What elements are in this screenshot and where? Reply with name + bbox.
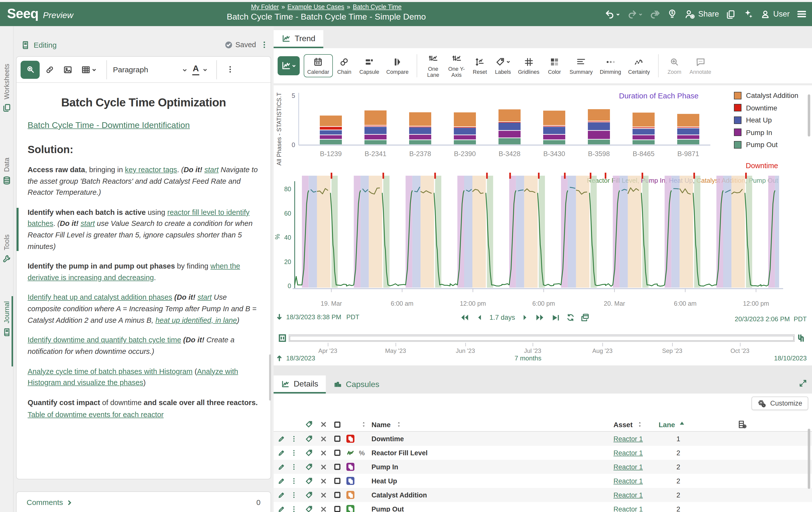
timeline-track[interactable] [289,334,795,342]
insert-seeq-link-button[interactable] [21,60,40,79]
tag-icon[interactable] [305,505,313,512]
asset-link[interactable]: Reactor 1 [613,463,643,471]
annotate-button[interactable]: Annotate [686,54,715,78]
dimming-button[interactable]: Dimming [596,54,625,78]
pencil-icon[interactable] [278,463,286,471]
doc-link[interactable]: Analyze cycle time of batch phases with … [28,367,193,375]
pencil-icon[interactable] [278,477,286,485]
row-menu-icon[interactable] [290,435,298,443]
range-duration[interactable]: 1.7 days [489,314,515,321]
journal-menu-button[interactable] [260,40,268,50]
doc-link[interactable]: Table of downtime events for each reacto… [28,411,164,419]
timeline-left-handle[interactable] [278,333,287,343]
investigate-end[interactable]: 18/10/2023 [774,354,807,362]
one-lane-button[interactable]: One Lane [422,51,445,81]
journal-document[interactable]: Batch Cycle Time Optimization Batch Cycl… [17,83,270,421]
link-button[interactable] [42,62,58,77]
labels-button[interactable]: Labels [491,54,515,78]
investigate-start[interactable]: 18/3/2023 [276,354,315,362]
journal-scrollbar[interactable] [269,354,271,401]
impact-report-button[interactable]: $ [667,8,678,20]
remove-icon[interactable] [320,435,327,443]
sort-icon[interactable] [395,421,403,428]
reset-button[interactable]: Reset [468,54,491,78]
tag-icon[interactable] [305,477,313,485]
asset-link[interactable]: Reactor 1 [613,491,643,499]
pencil-icon[interactable] [278,449,286,457]
expand-details-icon[interactable] [799,378,807,388]
calendar-button[interactable]: Calendar [304,54,333,78]
redo-all-button[interactable] [649,9,660,19]
tag-icon[interactable] [305,491,313,499]
asset-link[interactable]: Reactor 1 [613,477,643,485]
table-row-downtime[interactable]: Downtime Reactor 1 1 [273,432,812,446]
range-end[interactable]: 20/3/2023 2:06 PM PDT [735,315,807,323]
column-name-header[interactable]: Name [372,420,390,428]
journal-mode[interactable]: Editing [21,40,57,50]
row-menu-icon[interactable] [290,463,298,471]
legend-item[interactable]: Downtime [734,102,799,114]
certainty-button[interactable]: Certainty [625,54,654,78]
investigate-range[interactable]: 7 months [515,354,542,362]
doc-link[interactable]: start [198,293,212,302]
sort-icon[interactable] [360,421,368,428]
row-menu-icon[interactable] [290,491,298,499]
remove-all-icon[interactable] [320,421,327,428]
doc-link[interactable]: heat up identified, in lane [155,316,237,324]
row-checkbox[interactable] [334,477,341,485]
row-checkbox[interactable] [334,505,341,512]
row-checkbox[interactable] [334,491,341,499]
sidebar-item-worksheets[interactable]: Worksheets [0,64,13,128]
column-lane-header[interactable]: Lane [659,420,675,428]
remove-icon[interactable] [320,477,327,485]
step-back-button[interactable] [475,313,484,322]
asset-link[interactable]: Reactor 1 [613,449,643,457]
select-all-checkbox[interactable] [334,420,341,428]
asset-link[interactable]: Reactor 1 [613,505,643,512]
range-start[interactable]: 18/3/2023 8:38 PM PDT [276,313,359,321]
details-scrollbar[interactable] [808,429,810,489]
remove-icon[interactable] [320,505,327,512]
pencil-icon[interactable] [278,491,286,499]
timeline-signal-icon[interactable] [796,333,806,343]
redo-button[interactable] [627,9,643,19]
tag-icon[interactable] [305,420,313,429]
tag-icon[interactable] [305,434,313,443]
step-back-more-button[interactable] [459,312,470,323]
copy-range-button[interactable] [580,313,590,322]
breadcrumb-link[interactable]: Example Use Cases [287,3,344,10]
breadcrumb-link[interactable]: My Folder [251,3,279,10]
tag-icon[interactable] [305,462,313,471]
sort-asc-icon[interactable] [678,421,686,428]
row-checkbox[interactable] [334,463,341,471]
row-menu-icon[interactable] [290,449,298,457]
remove-icon[interactable] [320,491,327,499]
tab-details[interactable]: Details [273,375,326,394]
summary-button[interactable]: Summary [566,54,596,78]
undo-button[interactable] [604,9,620,19]
doc-link[interactable]: start [204,166,219,174]
row-checkbox[interactable] [334,435,341,443]
legend-item[interactable]: Pump In [734,126,799,139]
user-menu-button[interactable]: User [760,9,790,19]
table-row-catalyst-addition[interactable]: Catalyst Addition Reactor 1 2 [273,488,812,502]
image-button[interactable] [60,62,76,77]
row-menu-icon[interactable] [290,505,298,512]
editor-more-button[interactable] [223,63,237,76]
chain-button[interactable]: Chain [333,54,356,78]
step-forward-button[interactable] [521,313,529,322]
doc-link[interactable]: Identify downtime and quantify batch cyc… [28,336,181,344]
table-row-pump-out[interactable]: Pump Out Reactor 1 2 [273,502,812,512]
sort-icon[interactable] [636,421,644,428]
paragraph-style-select[interactable]: Paragraph [113,65,188,74]
column-asset-header[interactable]: Asset [613,420,633,428]
zoom-button[interactable]: Zoom [663,54,686,78]
pencil-icon[interactable] [278,435,286,443]
tag-icon[interactable] [305,449,313,457]
ai-assistant-button[interactable] [743,8,754,20]
table-row-heat-up[interactable]: Heat Up Reactor 1 2 [273,474,812,488]
downtime-series-label[interactable]: Downtime [746,162,778,170]
one-y-axis-button[interactable]: One Y- Axis [445,51,468,81]
row-checkbox[interactable] [334,449,341,457]
legend-item[interactable]: Pump Out [734,139,799,151]
